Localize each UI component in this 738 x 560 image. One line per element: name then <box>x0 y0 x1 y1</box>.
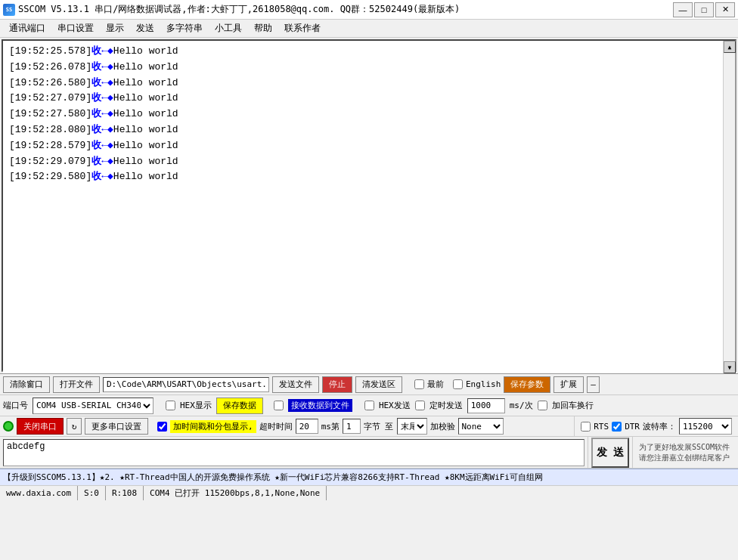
port-select[interactable]: COM4 USB-SERIAL CH340 <box>33 398 153 414</box>
timestamp-label: 加时间戳和分包显示, <box>170 420 256 433</box>
send-button[interactable]: 发 送 <box>591 438 629 468</box>
title-text: SSCOM V5.13.1 串口/网络数据调试器,作者:大虾丁丁,2618058… <box>18 3 460 16</box>
menu-bar: 通讯端口串口设置显示发送多字符串小工具帮助联系作者 <box>0 20 738 38</box>
log-data: Hello world <box>113 77 178 88</box>
hex-display-label: HEX显示 <box>180 400 212 411</box>
close-port-button[interactable]: 关闭串口 <box>17 418 64 435</box>
log-data: Hello world <box>113 108 178 119</box>
scroll-up-button[interactable]: ▲ <box>724 41 736 53</box>
app-icon: SS <box>3 4 15 16</box>
tail-select[interactable]: 末尾 <box>397 418 427 435</box>
checksum-label: 加校验 <box>430 421 455 432</box>
timed-send-checkbox[interactable] <box>415 401 425 410</box>
log-data: Hello world <box>113 156 178 167</box>
open-file-button[interactable]: 打开文件 <box>53 376 100 393</box>
send-text-input[interactable]: abcdefg <box>3 439 585 466</box>
clear-window-button[interactable]: 清除窗口 <box>3 376 50 393</box>
collapse-button[interactable]: — <box>587 376 600 393</box>
recv-to-file-checkbox[interactable] <box>274 401 284 410</box>
menu-item-发送[interactable]: 发送 <box>130 20 160 36</box>
log-line: [19:52:29.580]收←◆Hello world <box>9 169 717 185</box>
log-prefix: 收←◆ <box>91 77 113 88</box>
send-file-button[interactable]: 发送文件 <box>272 376 319 393</box>
menu-item-联系作者[interactable]: 联系作者 <box>278 20 327 36</box>
r-text: R:108 <box>112 488 137 498</box>
timed-send-label: 定时发送 <box>429 400 463 411</box>
log-line: [19:52:27.079]收←◆Hello world <box>9 91 717 107</box>
file-path-input[interactable] <box>103 377 269 392</box>
hex-display-checkbox[interactable] <box>166 401 175 410</box>
auto-return-checkbox[interactable] <box>538 401 547 410</box>
more-settings-button[interactable]: 更多串口设置 <box>85 418 148 435</box>
log-line: [19:52:28.080]收←◆Hello world <box>9 122 717 138</box>
always-on-top-checkbox[interactable] <box>414 379 424 389</box>
log-time: [19:52:26.078] <box>9 61 91 73</box>
log-prefix: 收←◆ <box>91 171 113 182</box>
stop-button[interactable]: 停止 <box>322 376 352 393</box>
toolbar-row-3-wrapper: 关闭串口 ↻ 更多串口设置 加时间戳和分包显示, 超时时间 ms第 字节 至 末… <box>0 416 738 437</box>
rts-checkbox[interactable] <box>581 422 591 432</box>
scroll-down-button[interactable]: ▼ <box>724 361 736 373</box>
rts-dtr-baud-area: RTS DTR 波特率： 115200 <box>574 416 738 436</box>
info-text-2: 请您注册嘉立创绑结尾客户 <box>639 453 732 463</box>
log-time: [19:52:27.580] <box>9 108 91 119</box>
log-prefix: 收←◆ <box>91 92 113 104</box>
log-data: Hello world <box>113 92 178 104</box>
toolbar-row-2: 端口号 COM4 USB-SERIAL CH340 HEX显示 保存数据 接收数… <box>0 395 738 416</box>
save-data-button[interactable]: 保存数据 <box>216 398 263 414</box>
info-area: 为了更好地发展SSCOM软件 请您注册嘉立创绑结尾客户 <box>632 437 738 468</box>
log-time: [19:52:26.580] <box>9 77 91 88</box>
recv-to-file-label: 接收数据到文件 <box>288 399 352 412</box>
timeout-unit-label: ms第 <box>321 421 340 432</box>
menu-item-帮助[interactable]: 帮助 <box>248 20 278 36</box>
log-area-container: [19:52:25.578]收←◆Hello world[19:52:26.07… <box>2 39 736 372</box>
dtr-checkbox[interactable] <box>612 422 622 432</box>
refresh-button[interactable]: ↻ <box>67 418 82 435</box>
log-display: [19:52:25.578]收←◆Hello world[19:52:26.07… <box>3 41 723 373</box>
menu-item-串口设置[interactable]: 串口设置 <box>51 20 100 36</box>
maximize-button[interactable]: □ <box>694 2 714 17</box>
menu-item-显示[interactable]: 显示 <box>100 20 130 36</box>
menu-item-多字符串[interactable]: 多字符串 <box>160 20 209 36</box>
rts-label: RTS <box>594 422 609 432</box>
title-controls: — □ ✕ <box>673 2 735 17</box>
scroll-track[interactable] <box>724 53 735 361</box>
log-time: [19:52:29.079] <box>9 156 91 167</box>
status-bar: www.daxia.com S:0 R:108 COM4 已打开 115200b… <box>0 485 738 500</box>
log-time: [19:52:28.579] <box>9 140 91 151</box>
clear-send-area-button[interactable]: 清发送区 <box>355 376 402 393</box>
log-prefix: 收←◆ <box>91 108 113 119</box>
log-data: Hello world <box>113 140 178 151</box>
timeout-input[interactable] <box>296 419 318 434</box>
s-status: S:0 <box>78 486 106 500</box>
checksum-select[interactable]: None <box>458 418 504 435</box>
log-time: [19:52:29.580] <box>9 171 91 182</box>
byte-value-input[interactable] <box>343 419 361 434</box>
minimize-button[interactable]: — <box>673 2 693 17</box>
close-button[interactable]: ✕ <box>715 2 735 17</box>
bottom-panel: 清除窗口 打开文件 发送文件 停止 清发送区 最前 English 保存参数 扩… <box>0 373 738 500</box>
hex-send-checkbox[interactable] <box>364 401 374 410</box>
baudrate-select[interactable]: 115200 <box>679 418 732 435</box>
interval-input[interactable] <box>467 398 505 413</box>
ticker-bar: 【升级到SSCOM5.13.1】★2. ★RT-Thread中国人的开源免费操作… <box>0 469 738 485</box>
toolbar-row-3: 关闭串口 ↻ 更多串口设置 加时间戳和分包显示, 超时时间 ms第 字节 至 末… <box>0 416 574 436</box>
log-line: [19:52:29.079]收←◆Hello world <box>9 154 717 170</box>
menu-item-通讯端口[interactable]: 通讯端口 <box>3 20 51 36</box>
menu-item-小工具[interactable]: 小工具 <box>209 20 248 36</box>
website-status: www.daxia.com <box>0 486 78 500</box>
vertical-scrollbar[interactable]: ▲ ▼ <box>723 41 735 373</box>
log-prefix: 收←◆ <box>91 61 113 73</box>
save-params-button[interactable]: 保存参数 <box>504 376 550 393</box>
english-checkbox[interactable] <box>453 379 463 389</box>
always-on-top-label: 最前 <box>427 379 444 390</box>
info-text-1: 为了更好地发展SSCOM软件 <box>639 442 732 453</box>
log-line: [19:52:27.580]收←◆Hello world <box>9 107 717 122</box>
timestamp-checkbox[interactable] <box>157 422 167 432</box>
log-line: [19:52:26.078]收←◆Hello world <box>9 60 717 76</box>
log-prefix: 收←◆ <box>91 140 113 151</box>
expand-button[interactable]: 扩展 <box>554 376 584 393</box>
log-data: Hello world <box>113 45 178 57</box>
r-status: R:108 <box>106 486 144 500</box>
log-prefix: 收←◆ <box>91 45 113 57</box>
